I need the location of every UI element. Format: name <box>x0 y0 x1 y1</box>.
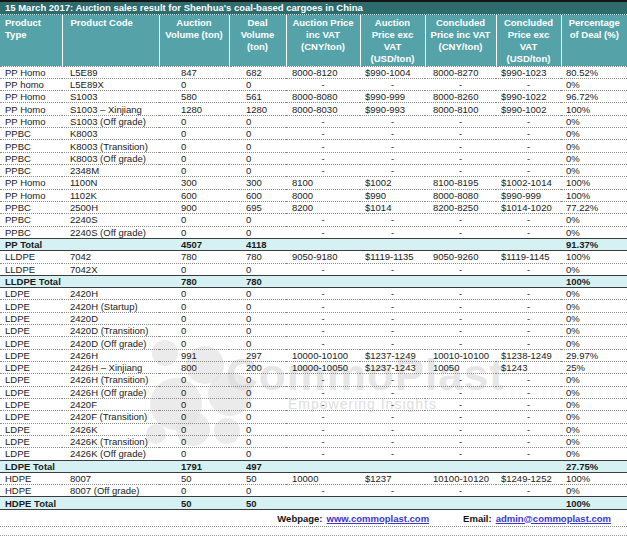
cell-product-type: PPBC <box>0 201 62 213</box>
cell-product-type: PPBC <box>0 226 62 238</box>
cell-deal-volume: 297 <box>229 349 286 361</box>
cell-product-code: 2240S (Off grade) <box>62 226 159 238</box>
cell-product-code: K8003 (Off grade) <box>62 152 159 164</box>
cell-product-type: LDPE <box>0 398 62 410</box>
cell-auction-price-inc-vat <box>286 275 360 287</box>
cell-product-code: 2240S <box>62 214 159 226</box>
cell-auction-price-exc-vat: - <box>360 337 425 349</box>
cell-product-type: LDPE <box>0 411 62 423</box>
cell-concluded-price-exc-vat: - <box>496 140 561 152</box>
cell-auction-price-inc-vat: - <box>286 386 360 398</box>
table-row: LDPE2426H (Transition)00----0% <box>0 374 627 386</box>
cell-deal-volume: 0 <box>229 165 286 177</box>
cell-auction-price-exc-vat <box>360 460 425 472</box>
cell-percentage-of-deal: 0% <box>561 386 627 398</box>
cell-percentage-of-deal: 96.72% <box>561 91 627 103</box>
cell-concluded-price-inc-vat <box>425 238 496 250</box>
cell-product-code: K8003 (Transition) <box>62 140 159 152</box>
cell-auction-price-exc-vat: $990 <box>360 189 425 201</box>
cell-concluded-price-inc-vat <box>425 460 496 472</box>
cell-auction-volume: 0 <box>159 386 229 398</box>
cell-percentage-of-deal: 100% <box>561 251 627 263</box>
table-row: LDPE2426H (Off grade)00----0% <box>0 386 627 398</box>
cell-concluded-price-inc-vat: - <box>425 214 496 226</box>
table-row: PP HomoS1003 (Off grade)00----0% <box>0 115 627 127</box>
cell-auction-price-inc-vat: - <box>286 485 360 497</box>
cell-concluded-price-exc-vat: - <box>496 165 561 177</box>
cell-percentage-of-deal: 0% <box>561 165 627 177</box>
cell-product-code: 2500H <box>62 201 159 213</box>
cell-product-code: 2420H (Startup) <box>62 300 159 312</box>
cell-percentage-of-deal: 0% <box>561 288 627 300</box>
webpage-link[interactable]: www.commoplast.com <box>327 513 430 524</box>
cell-concluded-price-exc-vat: - <box>496 435 561 447</box>
title-bar: 15 March 2017: Auction sales result for … <box>0 0 627 15</box>
cell-product-type: LDPE Total <box>0 460 62 472</box>
cell-product-type: LDPE <box>0 362 62 374</box>
cell-concluded-price-exc-vat: - <box>496 448 561 460</box>
cell-concluded-price-exc-vat: - <box>496 152 561 164</box>
cell-concluded-price-inc-vat: - <box>425 152 496 164</box>
cell-auction-price-exc-vat: - <box>360 288 425 300</box>
cell-auction-price-exc-vat: $990-999 <box>360 91 425 103</box>
cell-concluded-price-exc-vat: - <box>496 337 561 349</box>
cell-deal-volume: 50 <box>229 472 286 484</box>
cell-concluded-price-inc-vat: 8000-8080 <box>425 189 496 201</box>
cell-concluded-price-exc-vat: $990-999 <box>496 189 561 201</box>
cell-auction-volume: 900 <box>159 201 229 213</box>
cell-percentage-of-deal: 100% <box>561 103 627 115</box>
cell-concluded-price-inc-vat: 8000-8260 <box>425 91 496 103</box>
cell-auction-volume: 0 <box>159 398 229 410</box>
table-row: HDPE8007505010000$123710100-10120$1249-1… <box>0 472 627 484</box>
cell-percentage-of-deal: 0% <box>561 300 627 312</box>
cell-product-type: PP Homo <box>0 115 62 127</box>
cell-auction-price-exc-vat: - <box>360 374 425 386</box>
cell-deal-volume: 0 <box>229 337 286 349</box>
cell-concluded-price-exc-vat: $1249-1252 <box>496 472 561 484</box>
cell-deal-volume: 0 <box>229 448 286 460</box>
cell-product-code: 8007 <box>62 472 159 484</box>
cell-product-code: L5E89 <box>62 66 159 78</box>
table-row: LLDPE7042X00----0% <box>0 263 627 275</box>
cell-auction-price-inc-vat: 10000-10100 <box>286 349 360 361</box>
cell-deal-volume: 0 <box>229 325 286 337</box>
cell-auction-price-inc-vat: - <box>286 226 360 238</box>
cell-percentage-of-deal: 0% <box>561 398 627 410</box>
table-row: LDPE2420D (Transition)00----0% <box>0 325 627 337</box>
cell-product-code <box>62 497 159 509</box>
cell-auction-price-inc-vat: - <box>286 423 360 435</box>
cell-deal-volume: 0 <box>229 485 286 497</box>
cell-product-type: HDPE Total <box>0 497 62 509</box>
table-row: PPBCK800300----0% <box>0 128 627 140</box>
cell-product-code: 2426K (Off grade) <box>62 448 159 460</box>
cell-auction-price-inc-vat: - <box>286 263 360 275</box>
cell-auction-volume: 0 <box>159 140 229 152</box>
table-row: PPBCK8003 (Transition)00----0% <box>0 140 627 152</box>
cell-auction-price-inc-vat: - <box>286 152 360 164</box>
cell-auction-price-exc-vat: - <box>360 435 425 447</box>
col-header-product-code: Product Code <box>62 15 159 66</box>
cell-product-code: 2426H <box>62 349 159 361</box>
email-link[interactable]: admin@commoplast.com <box>496 513 611 524</box>
cell-deal-volume: 0 <box>229 386 286 398</box>
cell-auction-price-exc-vat <box>360 238 425 250</box>
table-row: LDPE2426H99129710000-10100$1237-12491001… <box>0 349 627 361</box>
cell-auction-volume: 0 <box>159 411 229 423</box>
cell-deal-volume: 0 <box>229 78 286 90</box>
cell-product-type: PP Homo <box>0 91 62 103</box>
cell-product-code: S1003 (Off grade) <box>62 115 159 127</box>
cell-product-code: 7042 <box>62 251 159 263</box>
cell-percentage-of-deal: 80.52% <box>561 66 627 78</box>
cell-percentage-of-deal: 100% <box>561 177 627 189</box>
table-row: PPBC2240S (Off grade)00----0% <box>0 226 627 238</box>
cell-concluded-price-exc-vat: - <box>496 411 561 423</box>
cell-auction-price-exc-vat: - <box>360 448 425 460</box>
cell-deal-volume: 50 <box>229 497 286 509</box>
cell-deal-volume: 0 <box>229 128 286 140</box>
cell-percentage-of-deal: 29.97% <box>561 349 627 361</box>
cell-auction-price-inc-vat: 8100 <box>286 177 360 189</box>
cell-auction-volume: 0 <box>159 374 229 386</box>
cell-percentage-of-deal: 100% <box>561 497 627 509</box>
table-row: PP HomoL5E898476828000-8120$990-10048000… <box>0 66 627 78</box>
cell-auction-price-inc-vat: - <box>286 300 360 312</box>
